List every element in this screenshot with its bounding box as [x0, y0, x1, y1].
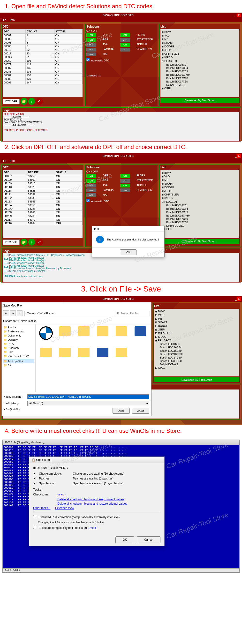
tree-item[interactable]: DODGE	[162, 186, 238, 189]
tree-item[interactable]: Bosch EDC17C10	[162, 76, 238, 80]
open-file-icon[interactable]: 📁	[20, 98, 27, 105]
tree-item[interactable]: Bosch EDC17C60	[155, 359, 238, 363]
tree-item[interactable]: CHRYSLER	[162, 52, 238, 56]
tree-item[interactable]: PEUGEOT	[162, 200, 238, 204]
sidebar-item[interactable]: 📁 Tento počítač	[3, 359, 34, 363]
table-row[interactable]: U111853528ON	[3, 189, 82, 192]
tree-item[interactable]: Delphi DCM6.2	[162, 83, 238, 86]
sidebar-item[interactable]: 📁 Dokumenty	[3, 334, 34, 338]
nav-up-icon[interactable]: ↑	[17, 310, 22, 316]
sidebar-item[interactable]: 📁 Síť	[3, 363, 34, 368]
save-sidebar[interactable]: 📁 Plocha📁 Stažené soub📁 Dokumenty📁 Obráz…	[2, 324, 36, 392]
hide-folders[interactable]: ▾ Skrýt složky	[4, 408, 20, 411]
table-row[interactable]: U112253538ON	[3, 196, 82, 200]
table-row[interactable]: U120553765ON	[3, 211, 82, 214]
undo-icon[interactable]: ↶	[36, 98, 43, 105]
tree-item[interactable]: Bosch EDC16CP39	[162, 73, 238, 76]
tree-item[interactable]: Bosch EDC16CP39	[162, 214, 238, 217]
search-input[interactable]	[116, 311, 150, 316]
tree-item[interactable]: Bosch EDC17C10	[155, 356, 238, 359]
tree-item[interactable]: Bosch EDC17C10	[162, 217, 238, 221]
tree-item[interactable]: BMW	[162, 171, 238, 175]
minimize-icon[interactable]: _	[235, 154, 237, 158]
folder-icon[interactable]	[113, 348, 130, 367]
tree-item[interactable]: Bosch EDC16C39	[162, 210, 238, 214]
close-button[interactable]: X	[237, 154, 241, 158]
sidebar-item[interactable]: 📁 VW Passat R6 22	[3, 354, 34, 358]
tree-item[interactable]: MB	[162, 178, 238, 182]
tree-item[interactable]: CHRYSLER	[162, 193, 238, 196]
folder-icon[interactable]	[38, 348, 54, 367]
undo-icon[interactable]: ↶	[36, 239, 43, 246]
dtc-off-button[interactable]: DTC OFF	[3, 240, 20, 245]
tree-item[interactable]: OPEL	[155, 366, 238, 370]
table-row[interactable]: U11DD53725ON	[3, 207, 82, 211]
tree-item[interactable]: IVECO	[162, 196, 238, 200]
ecu-tree[interactable]: BMWVAGMBSMARTDODGEJEEPCHRYSLERIVECOPEUGE…	[160, 29, 239, 97]
nav-fwd-icon[interactable]: →	[10, 310, 16, 316]
tree-item[interactable]: DODGE	[162, 45, 238, 48]
file-grid[interactable]	[36, 324, 151, 392]
table-row[interactable]: U113453556ON	[3, 204, 82, 207]
filename-input[interactable]	[27, 394, 149, 399]
table-row[interactable]: 0008A138ON	[3, 74, 82, 77]
info-ok-button[interactable]: OK	[120, 250, 136, 255]
tree-item[interactable]: Delphi DCM6.2	[155, 363, 238, 366]
toggle-dpf[interactable]: ON	[86, 174, 96, 178]
folder-icon[interactable]	[94, 326, 111, 346]
table-row[interactable]: U100753255ON	[3, 174, 82, 178]
toggle-maf[interactable]: OFF	[86, 193, 96, 197]
auto-dtc-check[interactable]: Automatic DTC	[86, 199, 156, 203]
sidebar-item[interactable]: 📁 Obrázky	[3, 338, 34, 342]
tree-item[interactable]: DODGE	[155, 324, 238, 328]
table-row[interactable]: 0003D61ON	[3, 56, 82, 59]
tree-item[interactable]: Bosch EDC16CP39	[155, 352, 238, 356]
table-row[interactable]: U111353523ON	[3, 185, 82, 189]
sidebar-item[interactable]: 📁 Plocha	[3, 326, 34, 330]
filetype-select[interactable]: All files (*.*)	[27, 401, 149, 406]
table-row[interactable]: 000055ON	[3, 44, 82, 48]
tree-item[interactable]: Bosch EDC16C39	[162, 70, 238, 73]
sidebar-item[interactable]: 📁 Stažené soub	[3, 330, 34, 334]
folder-icon[interactable]	[56, 348, 73, 367]
table-row[interactable]: 0001723ON	[3, 52, 82, 56]
ecu-tree[interactable]: BMWVAGMBSMARTDODGEJEEPCHRYSLERIVECOPEUGE…	[154, 309, 239, 376]
toggle-startstop[interactable]: OFF	[120, 38, 130, 42]
tree-item[interactable]: BMW	[155, 310, 238, 313]
rsa-checkbox[interactable]	[33, 515, 36, 518]
bmw-folder[interactable]	[38, 326, 54, 346]
compat-checkbox[interactable]	[33, 526, 36, 529]
table-row[interactable]: 000011ON	[3, 34, 82, 37]
delete-keep-link[interactable]: Delete all checksum blocks and keep curr…	[57, 498, 124, 501]
tree-item[interactable]: VAG	[162, 34, 238, 38]
menu-info[interactable]: Info	[10, 18, 15, 22]
table-row[interactable]: U120953769ON	[3, 214, 82, 218]
tree-item[interactable]: OPEL	[162, 228, 238, 231]
table-row[interactable]: 00093147ON	[3, 81, 82, 84]
toggle-tva[interactable]: OFF	[86, 184, 96, 188]
open-file-icon[interactable]: 📁	[20, 239, 27, 246]
save-button[interactable]: Uložit	[112, 408, 130, 414]
tree-item[interactable]: MB	[155, 317, 238, 320]
minimize-icon[interactable]: _	[235, 297, 237, 301]
toggle-tva[interactable]: OFF	[86, 43, 96, 47]
toggle-egr[interactable]: ON	[86, 38, 96, 42]
toggle-readiness[interactable]: OFF	[120, 188, 130, 192]
tree-item[interactable]: JEEP	[162, 48, 238, 52]
folder-icon[interactable]	[113, 326, 130, 346]
tree-item[interactable]: Bosch EDC17C60	[162, 221, 238, 224]
tree-item[interactable]: Bosch EDC16C0	[155, 342, 238, 346]
tree-item[interactable]: Bosch EDC16C34	[162, 66, 238, 70]
tree-item[interactable]: Bosch EDC16C0	[162, 63, 238, 66]
tree-item[interactable]: BMW	[162, 30, 238, 34]
tree-item[interactable]: PEUGEOT	[155, 339, 238, 342]
delete-restore-link[interactable]: Delete all checksum blocks and restore o…	[57, 502, 127, 506]
close-button[interactable]: X	[237, 14, 241, 17]
other-tasks-link[interactable]: Other tasks...	[33, 506, 50, 510]
close-button[interactable]: X	[237, 297, 241, 301]
new-folder-button[interactable]: Nová složka	[21, 319, 36, 323]
toggle-flaps[interactable]: ON	[120, 33, 130, 37]
sidebar-item[interactable]: 📁 Sale	[3, 350, 34, 354]
tree-item[interactable]: PEUGEOT	[162, 59, 238, 63]
table-row[interactable]: 00088136ON	[3, 70, 82, 74]
